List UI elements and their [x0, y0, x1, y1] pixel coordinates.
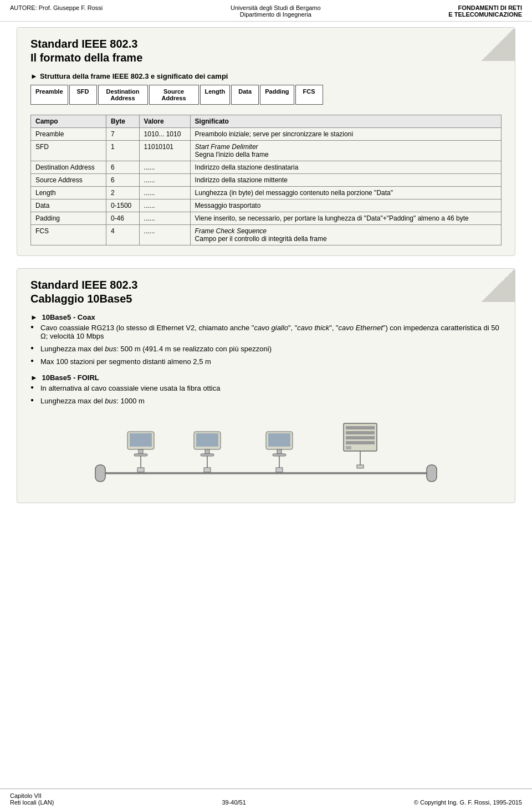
th-value: Valore [139, 115, 190, 128]
td-field: SFD [31, 141, 106, 161]
td-desc: Frame Check SequenceCampo per il control… [190, 225, 501, 245]
frame-cell-preamble: Preamble [30, 85, 68, 105]
table-row: Padding0-46......Viene inserito, se nece… [31, 212, 502, 225]
td-value: ...... [139, 199, 190, 212]
td-bytes: 7 [106, 128, 139, 141]
list-item: Cavo coassiale RG213 (lo stesso di Ether… [30, 324, 502, 340]
td-desc: Indirizzo della stazione destinataria [190, 161, 501, 174]
slide2-subtitle: Cablaggio 10Base5 [30, 293, 502, 305]
th-field: Campo [31, 115, 106, 128]
list-item: In alternativa al cavo coassiale viene u… [30, 384, 502, 392]
slide1-intro: ►Struttura della frame IEEE 802.3 e sign… [30, 72, 502, 80]
svg-rect-26 [346, 446, 351, 449]
table-row: SFD111010101Start Frame DelimiterSegna l… [31, 141, 502, 161]
svg-rect-2 [427, 465, 437, 482]
svg-rect-5 [139, 449, 143, 454]
td-desc: Preambolo iniziale; serve per sincronizz… [190, 128, 501, 141]
svg-rect-14 [204, 468, 211, 472]
td-desc: Lunghezza (in byte) del messaggio conten… [190, 187, 501, 199]
table-row: Length2......Lunghezza (in byte) del mes… [31, 187, 502, 199]
station-2 [194, 432, 221, 472]
svg-rect-18 [273, 454, 286, 456]
frame-cell-padding: Padding [260, 85, 294, 105]
svg-rect-10 [196, 433, 218, 447]
td-bytes: 1 [106, 141, 139, 161]
table-row: Source Address6......Indirizzo della sta… [31, 174, 502, 187]
bullet-list-2: In alternativa al cavo coassiale viene u… [30, 384, 502, 405]
slide1-panel: Standard IEEE 802.3 Il formato della fra… [17, 27, 515, 256]
slide1-intro-section: ►Struttura della frame IEEE 802.3 e sign… [30, 72, 502, 80]
list-item: Lunghezza max del bus: 1000 m [30, 397, 502, 405]
svg-rect-20 [276, 468, 283, 472]
td-field: Length [31, 187, 106, 199]
svg-rect-6 [134, 454, 147, 456]
frame-diagram: Preamble SFD DestinationAddress SourceAd… [30, 85, 502, 105]
svg-rect-24 [346, 436, 375, 439]
frame-cell-src: SourceAddress [149, 85, 199, 105]
svg-rect-16 [268, 433, 290, 447]
slide2-section1-header: ► 10Base5 - Coax [30, 313, 502, 321]
network-svg [72, 415, 460, 493]
td-field: FCS [31, 225, 106, 245]
arrow-icon: ► [30, 72, 38, 80]
arrow-icon-2: ► [30, 313, 38, 321]
td-bytes: 4 [106, 225, 139, 245]
frame-cell-dest: DestinationAddress [98, 85, 148, 105]
td-value: 11010101 [139, 141, 190, 161]
slide1-title: Standard IEEE 802.3 [30, 38, 502, 50]
frame-cell-data: Data [231, 85, 259, 105]
td-value: ...... [139, 174, 190, 187]
td-field: Source Address [31, 174, 106, 187]
frame-cell-fcs: FCS [295, 85, 323, 105]
slide2-title: Standard IEEE 802.3 [30, 279, 502, 291]
td-bytes: 6 [106, 174, 139, 187]
td-bytes: 0-46 [106, 212, 139, 225]
td-bytes: 0-1500 [106, 199, 139, 212]
page-header: AUTORE: Prof. Giuseppe F. Rossi Universi… [0, 0, 532, 22]
station-4 [344, 423, 377, 468]
header-author: AUTORE: Prof. Giuseppe F. Rossi [10, 4, 103, 11]
list-item: Lunghezza max del bus: 500 m (491.4 m se… [30, 345, 502, 353]
td-field: Padding [31, 212, 106, 225]
frame-table: Campo Byte Valore Significato Preamble71… [30, 115, 502, 245]
header-course: FONDAMENTI DI RETI E TELECOMUNICAZIONE [448, 4, 522, 18]
table-row: FCS4......Frame Check SequenceCampo per … [31, 225, 502, 245]
svg-rect-11 [205, 449, 209, 454]
svg-rect-4 [130, 433, 152, 447]
td-desc: Indirizzo della stazione mittente [190, 174, 501, 187]
footer-right: © Copyright Ing. G. F. Rossi, 1995-2015 [414, 799, 522, 806]
svg-rect-25 [346, 441, 375, 444]
td-desc: Viene inserito, se necessario, per porta… [190, 212, 501, 225]
table-row: Data0-1500......Messaggio trasportato [31, 199, 502, 212]
td-desc: Messaggio trasportato [190, 199, 501, 212]
td-value: ...... [139, 225, 190, 245]
svg-rect-8 [137, 468, 144, 472]
network-diagram [30, 415, 502, 493]
svg-rect-22 [346, 426, 375, 429]
td-bytes: 2 [106, 187, 139, 199]
slide1-subtitle: Il formato della frame [30, 52, 502, 64]
station-1 [127, 432, 154, 472]
arrow-icon-3: ► [30, 373, 38, 382]
bullet-list-1: Cavo coassiale RG213 (lo stesso di Ether… [30, 324, 502, 366]
th-bytes: Byte [106, 115, 139, 128]
header-university: Università degli Studi di Bergamo Dipart… [231, 4, 321, 18]
frame-cell-sfd: SFD [69, 85, 97, 105]
page-body: Standard IEEE 802.3 Il formato della fra… [0, 22, 532, 521]
td-value: ...... [139, 187, 190, 199]
svg-rect-1 [95, 465, 105, 482]
page-footer: Capitolo VII Reti locali (LAN) 39-40/51 … [0, 788, 532, 809]
td-desc: Start Frame DelimiterSegna l'inizio dell… [190, 141, 501, 161]
slide2-panel: Standard IEEE 802.3 Cablaggio 10Base5 ► … [17, 268, 515, 503]
td-value: ...... [139, 161, 190, 174]
footer-left: Capitolo VII Reti locali (LAN) [10, 792, 54, 806]
svg-rect-28 [357, 465, 364, 468]
svg-rect-12 [201, 454, 214, 456]
td-value: 1010... 1010 [139, 128, 190, 141]
svg-rect-17 [277, 449, 282, 454]
td-bytes: 6 [106, 161, 139, 174]
td-value: ...... [139, 212, 190, 225]
td-field: Data [31, 199, 106, 212]
td-field: Destination Address [31, 161, 106, 174]
footer-center: 39-40/51 [222, 799, 245, 806]
